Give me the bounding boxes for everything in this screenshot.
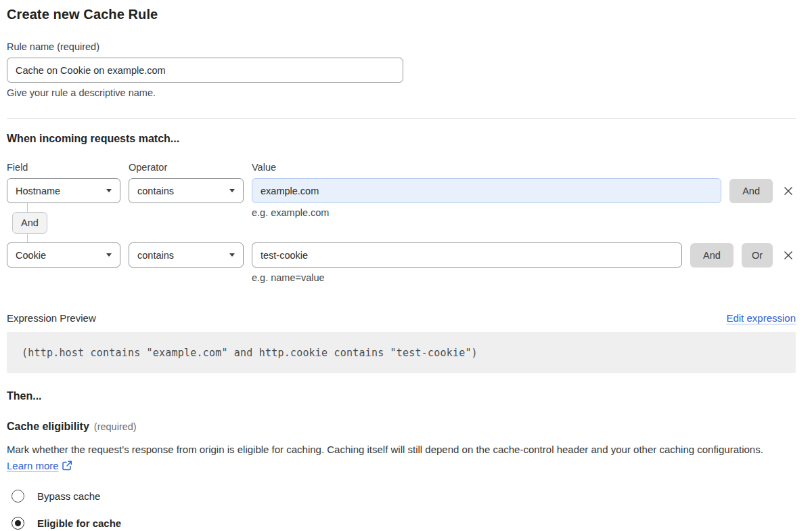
page-title: Create new Cache Rule	[7, 7, 796, 22]
operator-select-value: contains	[137, 186, 174, 196]
connector-and-button[interactable]: And	[12, 212, 47, 234]
operator-column-label: Operator	[129, 162, 244, 173]
value-input[interactable]	[252, 242, 682, 268]
remove-condition-button[interactable]	[781, 184, 796, 198]
condition-row: Cookie contains And Or	[7, 242, 796, 268]
operator-select[interactable]: contains	[129, 242, 244, 268]
external-link-icon	[62, 461, 72, 471]
rule-name-input[interactable]	[7, 58, 403, 83]
field-select[interactable]: Hostname	[7, 178, 120, 203]
rule-name-label: Rule name (required)	[7, 41, 796, 52]
expression-preview-header: Expression Preview Edit expression	[7, 312, 796, 324]
learn-more-link[interactable]: Learn more	[7, 460, 59, 471]
chevron-down-icon	[106, 253, 112, 257]
expression-preview-label: Expression Preview	[7, 312, 96, 324]
add-and-condition-button[interactable]: And	[729, 179, 773, 203]
radio-label: Eligible for cache	[37, 517, 121, 529]
close-icon	[782, 185, 794, 197]
chevron-down-icon	[229, 253, 235, 257]
cache-eligibility-heading: Cache eligibility(required)	[7, 421, 796, 433]
add-and-condition-button[interactable]: And	[690, 243, 734, 268]
description-text: Mark whether the request’s response from…	[7, 444, 763, 455]
match-heading: When incoming requests match...	[7, 133, 796, 145]
field-select[interactable]: Cookie	[7, 242, 120, 268]
cache-eligibility-title: Cache eligibility	[7, 421, 89, 432]
condition-column-headers: Field Operator Value	[7, 162, 796, 173]
expression-preview-code: (http.host contains "example.com" and ht…	[7, 332, 796, 373]
operator-select-value: contains	[137, 250, 174, 261]
required-note: (required)	[94, 421, 137, 432]
chevron-down-icon	[229, 189, 235, 192]
radio-option-bypass-cache[interactable]: Bypass cache	[7, 490, 796, 503]
then-heading: Then...	[7, 390, 796, 402]
chevron-down-icon	[106, 189, 112, 192]
remove-condition-button[interactable]	[781, 248, 796, 263]
field-select-value: Hostname	[16, 186, 60, 196]
close-icon	[782, 249, 794, 261]
condition-row: Hostname contains And	[7, 178, 796, 203]
radio-label: Bypass cache	[37, 490, 100, 502]
condition-connector-area: e.g. example.com And	[7, 203, 796, 242]
value-input[interactable]	[252, 178, 721, 203]
edit-expression-link[interactable]: Edit expression	[726, 312, 796, 324]
radio-icon-selected[interactable]	[12, 517, 24, 530]
add-or-condition-button[interactable]: Or	[742, 243, 773, 268]
radio-icon[interactable]	[12, 490, 24, 503]
cache-eligibility-description: Mark whether the request’s response from…	[7, 442, 792, 474]
value-hint: e.g. name=value	[252, 272, 796, 283]
field-select-value: Cookie	[16, 250, 46, 261]
field-column-label: Field	[7, 162, 120, 173]
operator-select[interactable]: contains	[129, 178, 244, 203]
rule-name-help: Give your rule a descriptive name.	[7, 87, 796, 98]
value-column-label: Value	[252, 162, 796, 173]
value-hint: e.g. example.com	[252, 207, 329, 218]
section-divider	[7, 118, 796, 119]
radio-option-eligible-for-cache[interactable]: Eligible for cache	[7, 517, 796, 530]
